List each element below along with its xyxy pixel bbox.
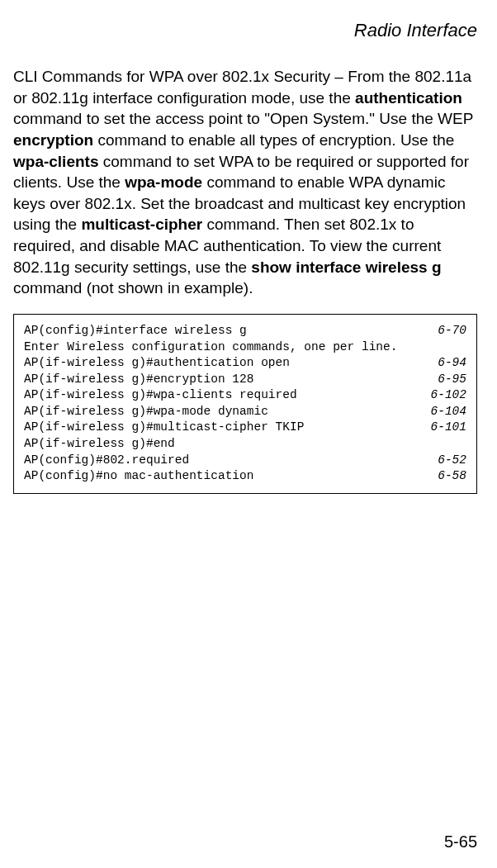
code-ref: 6-102: [430, 387, 466, 404]
code-ref: 6-101: [430, 420, 466, 436]
body-paragraph: CLI Commands for WPA over 802.1x Securit…: [13, 66, 477, 299]
code-command: AP(config)#no mac-authentication: [24, 468, 253, 485]
code-command: AP(if-wireless g)#wpa-clients required: [24, 387, 297, 404]
code-command: AP(if-wireless g)#multicast-cipher TKIP: [24, 420, 304, 436]
page-number: 5-65: [444, 832, 477, 851]
bold-wpa-mode: wpa-mode: [125, 173, 202, 191]
code-line: AP(config)#no mac-authentication 6-58: [24, 468, 466, 485]
code-line: AP(if-wireless g)#wpa-clients required 6…: [24, 387, 466, 404]
code-ref: 6-52: [438, 453, 466, 469]
code-command: AP(if-wireless g)#end: [24, 436, 175, 453]
code-ref: 6-58: [438, 468, 466, 485]
code-line: AP(config)#802.required 6-52: [24, 453, 466, 469]
code-command: Enter Wireless configuration commands, o…: [24, 339, 397, 356]
code-line: AP(if-wireless g)#encryption 128 6-95: [24, 372, 466, 388]
code-ref: 6-94: [438, 355, 466, 372]
code-ref: 6-95: [438, 372, 466, 388]
code-line: Enter Wireless configuration commands, o…: [24, 339, 466, 356]
code-line: AP(if-wireless g)#multicast-cipher TKIP …: [24, 420, 466, 436]
code-command: AP(if-wireless g)#authentication open: [24, 355, 290, 372]
text-segment: command (not shown in example).: [13, 279, 253, 296]
code-line: AP(config)#interface wireless g 6-70: [24, 323, 466, 339]
code-ref: 6-104: [430, 404, 466, 420]
code-command: AP(config)#802.required: [24, 453, 189, 469]
text-segment: command to enable all types of encryptio…: [93, 131, 454, 149]
code-line: AP(if-wireless g)#wpa-mode dynamic 6-104: [24, 404, 466, 420]
code-command: AP(if-wireless g)#encryption 128: [24, 372, 253, 388]
code-ref: 6-70: [438, 323, 466, 339]
bold-wpa-clients: wpa-clients: [13, 153, 98, 170]
bold-show-interface: show interface wireless g: [251, 259, 441, 276]
cli-code-block: AP(config)#interface wireless g 6-70 Ent…: [13, 314, 477, 494]
code-command: AP(if-wireless g)#wpa-mode dynamic: [24, 404, 268, 420]
text-segment: command to set the access point to "Open…: [13, 110, 473, 127]
bold-encryption: encryption: [13, 131, 93, 149]
page-header-title: Radio Interface: [13, 20, 477, 41]
code-command: AP(config)#interface wireless g: [24, 323, 247, 339]
code-line: AP(if-wireless g)#end: [24, 436, 466, 453]
bold-multicast-cipher: multicast-cipher: [81, 216, 202, 233]
bold-authentication: authentication: [355, 89, 462, 107]
code-line: AP(if-wireless g)#authentication open 6-…: [24, 355, 466, 372]
